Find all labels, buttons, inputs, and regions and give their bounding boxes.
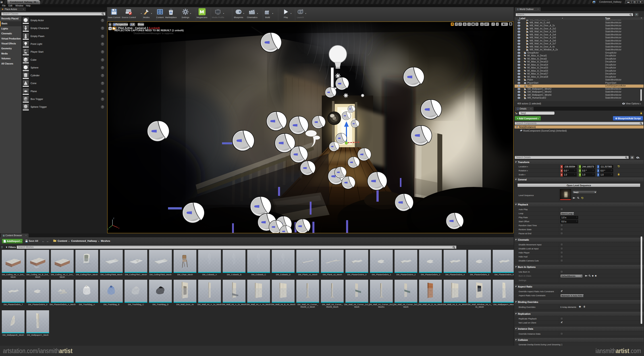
svg-text:y: y (108, 228, 109, 230)
svg-text:x: x (118, 227, 120, 229)
svg-text:u: u (170, 12, 172, 14)
svg-text:z: z (113, 217, 114, 220)
